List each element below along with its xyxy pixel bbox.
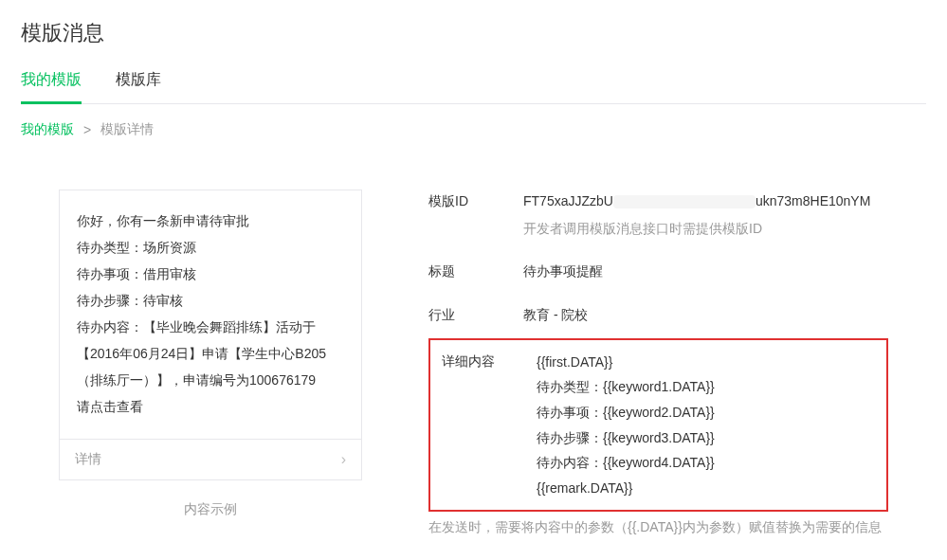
page-title: 模版消息 [21, 19, 926, 47]
detail-line-keyword4: 待办内容：{{keyword4.DATA}} [537, 450, 875, 476]
label-detail-content: 详细内容 [442, 350, 537, 501]
row-title: 标题 待办事项提醒 [428, 260, 888, 283]
preview-greeting: 你好，你有一条新申请待审批 [77, 208, 344, 234]
preview-line-type: 待办类型：场所资源 [77, 234, 344, 261]
row-industry: 行业 教育 - 院校 [428, 303, 888, 327]
detail-line-keyword2: 待办事项：{{keyword2.DATA}} [537, 400, 875, 425]
detail-line-first: {{first.DATA}} [537, 350, 875, 375]
preview-line-step: 待办步骤：待审核 [77, 287, 344, 314]
breadcrumb: 我的模版 > 模版详情 [0, 104, 947, 155]
value-industry: 教育 - 院校 [523, 303, 888, 327]
example-label: 内容示例 [59, 501, 362, 518]
row-template-id: 模版ID FT75xaJJZzbUukn73m8HE10nYM 开发者调用模版消… [428, 190, 888, 241]
tabs: 我的模版 模版库 [21, 70, 926, 104]
chevron-right-icon: › [341, 452, 346, 467]
breadcrumb-separator: > [83, 122, 91, 137]
label-title: 标题 [428, 260, 523, 283]
note-template-id: 开发者调用模版消息接口时需提供模版ID [523, 217, 888, 241]
detail-footer-note: 在发送时，需要将内容中的参数（{{.DATA}}内为参数）赋值替换为需要的信息 [428, 519, 888, 536]
preview-line-content: 待办内容：【毕业晚会舞蹈排练】活动于【2016年06月24日】申请【学生中心B2… [77, 314, 344, 393]
row-detail-content: 详细内容 {{first.DATA}} 待办类型：{{keyword1.DATA… [442, 350, 875, 501]
value-template-id-prefix: FT75xaJJZzbU [523, 193, 613, 208]
preview-line-action: 请点击查看 [77, 393, 344, 420]
detail-line-remark: {{remark.DATA}} [537, 476, 875, 501]
label-template-id: 模版ID [428, 190, 523, 241]
preview-footer-label: 详情 [75, 451, 101, 468]
preview-card: 你好，你有一条新申请待审批 待办类型：场所资源 待办事项：借用审核 待办步骤：待… [59, 190, 362, 480]
value-detail-content: {{first.DATA}} 待办类型：{{keyword1.DATA}} 待办… [537, 350, 875, 501]
breadcrumb-current: 模版详情 [100, 121, 154, 138]
preview-line-item: 待办事项：借用审核 [77, 261, 344, 287]
tab-template-library[interactable]: 模版库 [116, 70, 161, 103]
preview-detail-link[interactable]: 详情 › [60, 439, 361, 479]
detail-line-keyword1: 待办类型：{{keyword1.DATA}} [537, 374, 875, 400]
tab-my-templates[interactable]: 我的模版 [21, 70, 82, 103]
preview-body: 你好，你有一条新申请待审批 待办类型：场所资源 待办事项：借用审核 待办步骤：待… [60, 190, 361, 439]
template-id-obscured [613, 195, 756, 208]
breadcrumb-root[interactable]: 我的模版 [21, 121, 74, 138]
detail-line-keyword3: 待办步骤：{{keyword3.DATA}} [537, 425, 875, 451]
value-template-id-suffix: ukn73m8HE10nYM [756, 193, 870, 208]
label-industry: 行业 [428, 303, 523, 327]
value-title: 待办事项提醒 [523, 260, 888, 283]
detail-content-box: 详细内容 {{first.DATA}} 待办类型：{{keyword1.DATA… [428, 338, 888, 513]
